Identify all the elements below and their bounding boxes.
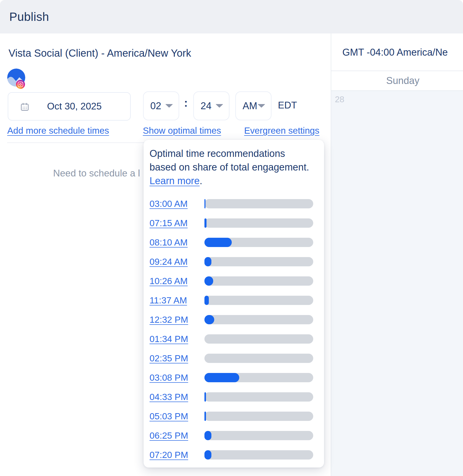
optimal-time-link[interactable]: 10:26 AM (150, 276, 199, 286)
empty-state-hint: Need to schedule a l (53, 168, 140, 179)
engagement-bar-fill (204, 431, 211, 440)
optimal-time-link[interactable]: 09:24 AM (150, 257, 199, 267)
optimal-times-list: 03:00 AM 07:15 AM 08:10 AM 09:24 AM (144, 194, 324, 464)
calendar-day-header: Sunday (331, 71, 463, 90)
optimal-time-row: 04:33 PM (144, 387, 324, 406)
engagement-bar-fill (204, 296, 209, 305)
optimal-time-row: 02:35 PM (144, 348, 324, 368)
time-separator: : (182, 97, 190, 109)
meridiem-value: AM (243, 100, 257, 112)
optimal-time-row: 01:34 PM (144, 329, 324, 348)
optimal-time-row: 11:37 AM (144, 291, 324, 310)
engagement-bar (204, 392, 313, 402)
hour-value: 02 (150, 100, 161, 112)
engagement-bar-fill (204, 315, 214, 324)
engagement-bar (204, 276, 313, 286)
date-picker[interactable]: Oct 30, 2025 (8, 92, 131, 121)
publish-screen: Publish Vista Social (Client) - America/… (0, 0, 463, 476)
engagement-bar (204, 354, 313, 363)
hour-select[interactable]: 02 (143, 91, 179, 120)
engagement-bar-fill (204, 450, 211, 460)
learn-more-link[interactable]: Learn more (150, 175, 200, 186)
chevron-down-icon (165, 104, 173, 108)
optimal-time-link[interactable]: 02:35 PM (150, 353, 199, 363)
engagement-bar (204, 334, 313, 344)
engagement-bar-fill (204, 392, 206, 402)
engagement-bar (204, 412, 313, 421)
optimal-time-row: 08:10 AM (144, 233, 324, 252)
calendar-date-number: 28 (335, 95, 344, 104)
instagram-icon (16, 80, 25, 89)
profile-timezone: (Client) - America/New York (62, 47, 191, 59)
engagement-bar-fill (204, 199, 205, 208)
timezone-abbr: EDT (278, 100, 297, 111)
optimal-time-link[interactable]: 03:00 AM (150, 199, 199, 209)
optimal-time-row: 07:15 AM (144, 213, 324, 233)
calendar-timezone-header: GMT -04:00 America/Ne (342, 47, 463, 58)
calendar-icon (20, 102, 30, 112)
learn-more-suffix: . (200, 175, 202, 186)
engagement-bar-fill (204, 257, 211, 266)
chevron-down-icon (216, 104, 223, 108)
engagement-bar (204, 199, 313, 208)
engagement-bar-fill (204, 238, 232, 247)
engagement-bar-fill (204, 373, 239, 382)
optimal-time-link[interactable]: 01:34 PM (150, 334, 199, 344)
engagement-bar (204, 218, 313, 228)
optimal-time-row: 12:32 PM (144, 310, 324, 329)
profile-name: Vista Social (9, 47, 62, 59)
engagement-bar (204, 450, 313, 460)
popover-description-line2: based on share of total engagement. (150, 160, 313, 174)
engagement-bar (204, 238, 313, 247)
popover-description-line1: Optimal time recommendations (150, 147, 313, 160)
engagement-bar-fill (204, 218, 206, 228)
minute-select[interactable]: 24 (193, 91, 229, 120)
engagement-bar (204, 296, 313, 305)
optimal-time-row: 09:24 AM (144, 252, 324, 271)
optimal-time-link[interactable]: 05:03 PM (150, 411, 199, 421)
page-header: Publish (0, 0, 463, 33)
optimal-time-link[interactable]: 08:10 AM (150, 237, 199, 248)
optimal-time-link[interactable]: 06:25 PM (150, 430, 199, 441)
engagement-bar (204, 373, 313, 382)
optimal-times-popover: Optimal time recommendations based on sh… (144, 140, 324, 468)
add-more-schedule-times-link[interactable]: Add more schedule times (7, 125, 109, 136)
engagement-bar-fill (204, 276, 213, 286)
engagement-bar (204, 431, 313, 440)
evergreen-settings-link[interactable]: Evergreen settings (244, 125, 319, 136)
optimal-time-row: 05:03 PM (144, 406, 324, 426)
popover-description: Optimal time recommendations based on sh… (150, 147, 313, 188)
show-optimal-times-link[interactable]: Show optimal times (143, 125, 221, 136)
minute-value: 24 (201, 100, 211, 112)
page-title: Publish (9, 10, 49, 24)
optimal-time-link[interactable]: 11:37 AM (150, 295, 199, 305)
engagement-bar (204, 257, 313, 266)
optimal-time-link[interactable]: 07:15 AM (150, 218, 199, 228)
optimal-time-link[interactable]: 03:08 PM (150, 372, 199, 383)
optimal-time-link[interactable]: 07:20 PM (150, 450, 199, 460)
date-value: Oct 30, 2025 (47, 101, 102, 112)
calendar-day-cell[interactable]: 28 (331, 91, 463, 476)
optimal-time-row: 07:20 PM (144, 445, 324, 464)
optimal-time-link[interactable]: 04:33 PM (150, 392, 199, 402)
optimal-time-row: 03:00 AM (144, 194, 324, 213)
optimal-time-link[interactable]: 12:32 PM (150, 314, 199, 325)
engagement-bar (204, 315, 313, 324)
panel-divider (331, 33, 331, 476)
optimal-time-row: 10:26 AM (144, 271, 324, 291)
optimal-time-row: 06:25 PM (144, 426, 324, 445)
profile-title: Vista Social (Client) - America/New York (9, 47, 191, 59)
engagement-bar-fill (204, 412, 206, 421)
optimal-time-row: 03:08 PM (144, 368, 324, 387)
chevron-down-icon (258, 104, 265, 108)
meridiem-select[interactable]: AM (235, 91, 271, 120)
